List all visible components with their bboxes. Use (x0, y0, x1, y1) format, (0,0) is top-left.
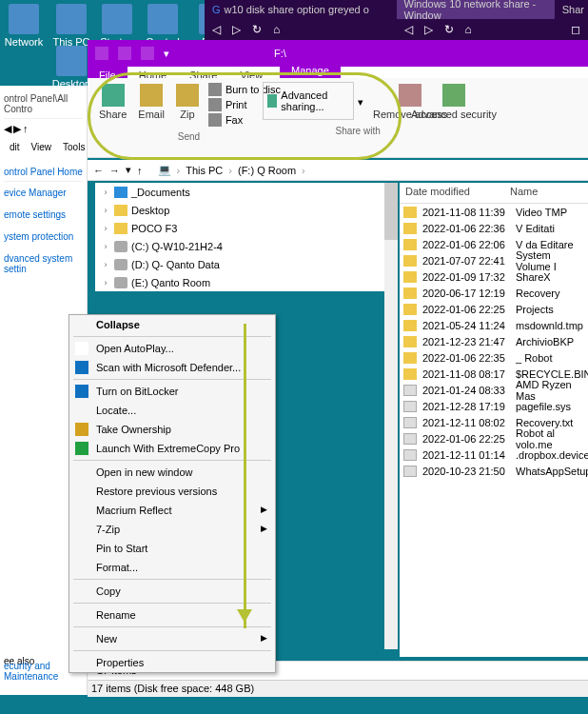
file-list-header[interactable]: Date modified Name (400, 183, 588, 204)
col-name[interactable]: Name (504, 183, 543, 203)
back-icon[interactable]: ◁ (404, 23, 413, 36)
tree-item[interactable]: ›(C:) Q-W10-21H2-4 (95, 237, 395, 255)
col-date[interactable]: Date modified (400, 183, 504, 203)
nav-tree[interactable]: ›_Documents›Desktop›POCO F3›(C:) Q-W10-2… (95, 183, 395, 291)
file-row[interactable]: 2022-01-06 22:36V Editati (400, 220, 588, 236)
file-row[interactable]: 2021-01-24 08:33AMD Ryzen Mas (400, 382, 588, 398)
desktop-icon[interactable]: Network (0, 4, 48, 48)
browser-tab-1[interactable]: Gw10 disk share option greyed o (205, 0, 377, 19)
reload-icon[interactable]: ↻ (252, 23, 262, 36)
nav-back-icon[interactable]: ◀ (4, 123, 11, 135)
crumb-thispc[interactable]: This PC (186, 165, 223, 176)
qat-icon[interactable] (118, 47, 131, 60)
window-title: F:\ (274, 48, 286, 59)
file-row[interactable]: 2021-07-07 22:41System Volume I (400, 252, 588, 268)
menu-edit[interactable]: dit (4, 139, 26, 155)
zip-button[interactable]: Zip (170, 82, 205, 128)
folder-icon (95, 47, 108, 60)
crumb-drive[interactable]: (F:) Q Room (238, 165, 296, 176)
tree-item[interactable]: ›_Documents (95, 183, 395, 201)
file-list[interactable]: Date modified Name 2021-11-08 11:39Video… (400, 183, 588, 657)
menu-tools[interactable]: Tools (57, 139, 90, 155)
browser-tab-3[interactable]: Shar (555, 0, 588, 19)
tab-manage[interactable]: Manage (280, 59, 341, 79)
file-row[interactable]: 2020-10-23 21:50WhatsAppSetup. (400, 463, 588, 479)
file-row[interactable]: 2020-06-17 12:19Recovery (400, 285, 588, 301)
file-row[interactable]: 2021-11-08 11:39Video TMP (400, 204, 588, 220)
ctx-item[interactable]: New▶ (69, 629, 275, 648)
status-bar-2: 17 items (Disk free space: 448 GB) (88, 680, 588, 697)
tree-scrollbar[interactable] (384, 183, 398, 649)
email-button[interactable]: Email (132, 82, 170, 128)
back-icon[interactable]: ◁ (212, 23, 221, 36)
cp-breadcrumb[interactable]: ontrol Panel\All Contro (4, 89, 83, 119)
browser-nav-2: ◁ ▷ ↻ ⌂ ◻ (397, 19, 589, 40)
home-icon[interactable]: ⌂ (273, 23, 280, 36)
file-row[interactable]: 2022-01-09 17:32ShareX (400, 268, 588, 285)
address-bar[interactable]: ← → ▾ ↑ 💻 › This PC › (F:) Q Room › (88, 160, 588, 181)
nav-fwd-icon[interactable]: ▶ (13, 123, 21, 135)
link-system-protection[interactable]: ystem protection (4, 226, 83, 248)
bookmark-icon[interactable]: ◻ (571, 23, 580, 36)
browser-tab-2[interactable]: Windows 10 network share - Window (397, 0, 555, 19)
file-row[interactable]: 2021-05-24 11:24msdownld.tmp (400, 317, 588, 333)
advanced-sharing-button[interactable]: Advanced sharing... (263, 82, 354, 120)
home-icon[interactable]: ⌂ (465, 23, 472, 36)
reload-icon[interactable]: ↻ (444, 23, 454, 36)
advanced-security-button[interactable]: Advanced security (405, 82, 502, 122)
nav-up-icon[interactable]: ↑ (23, 123, 29, 135)
share-button[interactable]: Share (93, 82, 132, 128)
nav-back-icon[interactable]: ← (93, 165, 104, 176)
ctx-item[interactable]: Properties (69, 653, 275, 672)
cp-home[interactable]: ontrol Panel Home (4, 163, 83, 182)
annotation-arrow (244, 324, 246, 628)
file-row[interactable]: 2021-12-28 17:19pagefile.sys (400, 398, 588, 414)
menu-view[interactable]: View (26, 139, 58, 155)
browser-tabs: Gw10 disk share option greyed o ◁ ▷ ↻ ⌂ … (205, 0, 588, 40)
file-row[interactable]: 2021-12-23 21:47ArchivioBKP (400, 333, 588, 349)
tree-item[interactable]: ›(E:) Qanto Room (95, 273, 395, 291)
file-row[interactable]: 2022-01-06 22:35_ Robot (400, 349, 588, 366)
forward-icon[interactable]: ▷ (232, 23, 241, 36)
browser-nav-1: ◁ ▷ ↻ ⌂ (205, 19, 397, 40)
tree-item[interactable]: ›Desktop (95, 201, 395, 219)
link-remote-settings[interactable]: emote settings (4, 204, 83, 226)
file-row[interactable]: 2022-01-06 22:25Robot al volo.me (400, 430, 588, 446)
link-advanced-settings[interactable]: dvanced system settin (4, 248, 83, 280)
qat-icon[interactable] (141, 47, 154, 60)
nav-fwd-icon[interactable]: → (109, 165, 120, 176)
tree-item[interactable]: ›(D:) Q- Qanto Data (95, 255, 395, 273)
ribbon: Share Email Zip Burn to disc Print Fax S… (88, 78, 588, 158)
tree-item[interactable]: ›POCO F3 (95, 219, 395, 237)
forward-icon[interactable]: ▷ (424, 23, 433, 36)
file-row[interactable]: 2022-01-06 22:25Projects (400, 301, 588, 317)
group-send: Send (178, 128, 200, 142)
file-row[interactable]: 2021-12-11 01:14.dropbox.device (400, 446, 588, 463)
link-device-manager[interactable]: evice Manager (4, 182, 83, 204)
nav-up-icon[interactable]: ↑ (137, 165, 143, 176)
group-sharewith: Share with (336, 122, 381, 136)
